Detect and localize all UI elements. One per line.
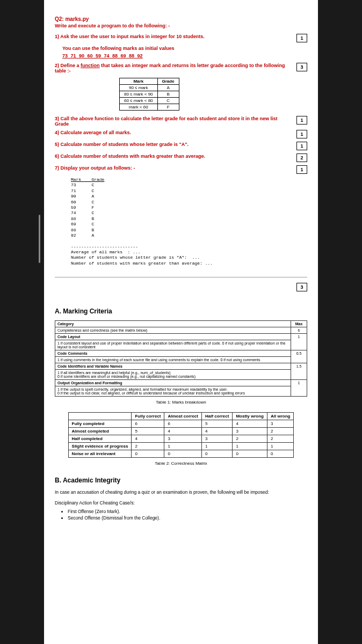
document-page: Q2: marks.py Write and execute a program… (44, 0, 318, 644)
table-row: Almost completed54432 (68, 428, 294, 435)
table-header: Max (291, 321, 307, 327)
points-box: 1 (296, 165, 307, 174)
table-row: Code Comments0.5 (55, 350, 307, 357)
table-caption: Table 2: Correctness Matrix (55, 461, 307, 466)
correctness-matrix: Fully correct Almost correct Half correc… (68, 412, 294, 458)
item-text: 1) Ask the user the user to input marks … (55, 34, 296, 39)
item-text: 4) Calculate average of all marks. (55, 130, 296, 135)
criteria-table: Category Max Completeness and correctnes… (55, 320, 307, 397)
table-caption: Table 1: Marks breakdown (55, 400, 307, 405)
table-row: Fully completed66543 (68, 420, 294, 428)
table-header: Half correct (201, 413, 232, 420)
item-text: 6) Calculate number of students with mar… (55, 153, 296, 159)
disciplinary-list: First Offense (Zero Mark). Second Offens… (55, 509, 307, 521)
table-row: Code Identifiers and Variable Names1.5 (55, 363, 307, 370)
grade-table: Mark Grade 90 ≤ markA 80 ≤ mark < 90B 60… (119, 78, 179, 111)
page-total-box: 3 (296, 283, 307, 291)
item-text: 3) Call the above function to calculate … (55, 116, 296, 127)
item-subtext: You can use the following marks as initi… (55, 46, 307, 51)
table-row: 80 ≤ mark < 90B (120, 91, 179, 98)
integrity-subheading: Disciplinary Action for Cheating Case/s: (55, 500, 307, 506)
table-header (68, 413, 132, 420)
list-item: Second Offense (Dismissal from the Colle… (68, 515, 307, 521)
question-subtitle: Write and execute a program to do the fo… (55, 23, 307, 28)
question-item: 6) Calculate number of students with mar… (55, 153, 307, 162)
table-row: mark < 60F (120, 104, 179, 111)
initial-values: 73 71 90 60 59 74 88 69 88 92 (55, 53, 307, 58)
marking-heading: A. Marking Criteria (55, 308, 307, 315)
question-item: 2) Define a function that takes an integ… (55, 63, 307, 74)
points-box: 1 (296, 142, 307, 150)
scroll-indicator[interactable] (39, 215, 40, 263)
table-row: 1 if consistent layout and use of proper… (55, 340, 307, 350)
list-item: First Offense (Zero Mark). (68, 509, 307, 514)
question-item: 3) Call the above function to calculate … (55, 116, 307, 127)
divider (55, 277, 307, 277)
table-row: 1 if using comments in the beginning of … (55, 357, 307, 363)
table-row: Slight evidence of progress21111 (68, 443, 294, 450)
table-row: 90 ≤ markA (120, 85, 179, 91)
table-header: Fully correct (132, 413, 164, 420)
question-title: Q2: marks.py (55, 16, 307, 22)
item-text: 7) Display your output as follows: - (55, 165, 296, 171)
table-row: Half completed43322 (68, 435, 294, 443)
question-item: 1) Ask the user the user to input marks … (55, 34, 307, 42)
table-row: Noise or all irrelevant00000 (68, 450, 294, 458)
question-item: 4) Calculate average of all marks. 1 (55, 130, 307, 138)
item-text: 5) Calculate number of students whose le… (55, 142, 296, 147)
item-text: 2) Define a function that takes an integ… (55, 63, 296, 74)
points-box: 1 (296, 130, 307, 138)
sample-output: Mark Grade 73 C 71 C 90 A 60 C 59 F 74 C… (71, 177, 307, 266)
integrity-text: In case an accusation of cheating during… (55, 489, 307, 495)
table-header: Almost correct (164, 413, 201, 420)
question-item: 5) Calculate number of students whose le… (55, 142, 307, 150)
viewer-background: Q2: marks.py Write and execute a program… (0, 0, 362, 644)
table-header: All wrong (267, 413, 293, 420)
table-row: Output Organization and Formatting1 (55, 380, 307, 386)
question-item: 7) Display your output as follows: - 1 (55, 165, 307, 174)
table-header: Mostly wrong (233, 413, 267, 420)
page-total-row: 3 (55, 283, 307, 291)
table-row: 60 ≤ mark < 80C (120, 98, 179, 104)
table-row: 1 if all identifiers are meaningful and … (55, 370, 307, 380)
points-box: 1 (296, 116, 307, 125)
table-header: Grade (157, 78, 179, 85)
table-header: Category (55, 321, 291, 327)
table-row: 1 if the output is spelt correctly, orga… (55, 386, 307, 397)
integrity-heading: B. Academic Integrity (55, 477, 307, 484)
points-box: 2 (296, 153, 307, 162)
points-box: 3 (296, 63, 307, 71)
table-row: Completeness and correctness (see the ma… (55, 327, 307, 334)
points-box: 1 (296, 34, 307, 42)
table-header: Mark (120, 78, 158, 85)
table-row: Code Layout1 (55, 334, 307, 340)
